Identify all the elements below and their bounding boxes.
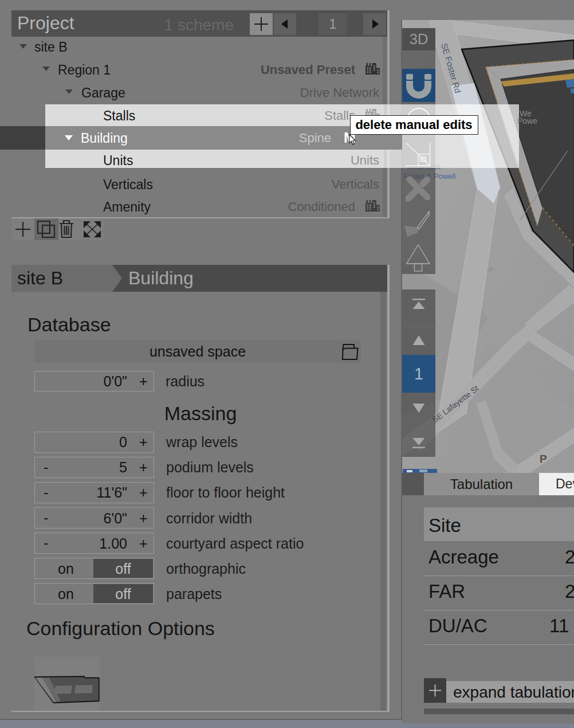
svg-text:P: P <box>540 453 547 465</box>
